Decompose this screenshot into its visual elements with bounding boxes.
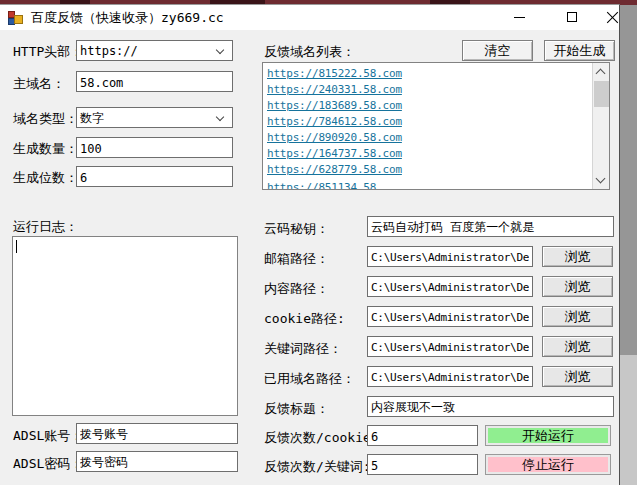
window-title: 百度反馈（快速收录）zy669.cc [31, 9, 224, 27]
content-path-browse-button[interactable]: 浏览 [542, 276, 613, 297]
gen-digits-input[interactable] [76, 166, 233, 187]
cookie-path-browse-button[interactable]: 浏览 [542, 306, 613, 327]
adsl-account-label: ADSL账号： [13, 427, 83, 445]
main-domain-label: 主域名： [13, 75, 65, 93]
domain-link[interactable]: https://164737.58.com [267, 147, 402, 160]
domain-link[interactable]: https://628779.58.com [267, 163, 402, 176]
domain-link[interactable]: https://240331.58.com [267, 83, 402, 96]
start-generate-button[interactable]: 开始生成 [544, 40, 615, 61]
content-path-input[interactable] [367, 276, 533, 297]
screen: 百度反馈（快速收录）zy669.cc HTTP头部： https:// 主域名：… [0, 0, 637, 485]
http-header-label: HTTP头部： [13, 43, 83, 61]
stop-run-button[interactable]: 停止运行 [485, 454, 611, 475]
gen-count-label: 生成数量： [13, 140, 78, 158]
email-path-browse-button[interactable]: 浏览 [542, 246, 613, 267]
keyword-path-input[interactable] [367, 336, 533, 357]
email-path-input[interactable] [367, 246, 533, 267]
feedback-per-keyword-label: 反馈次数/关键词: [264, 458, 371, 476]
domain-type-value: 数字 [80, 111, 104, 125]
title-bar[interactable]: 百度反馈（快速收录）zy669.cc [0, 5, 619, 30]
http-header-value: https:// [80, 44, 138, 58]
maximize-icon [567, 12, 577, 22]
chevron-down-icon [216, 46, 224, 54]
content-path-label: 内容路径： [264, 280, 329, 298]
domain-type-select[interactable]: 数字 [76, 107, 233, 128]
feedback-per-keyword-input[interactable] [367, 454, 478, 475]
minimize-button[interactable] [499, 5, 541, 30]
cookie-path-label: cookie路径: [264, 310, 345, 328]
domain-link[interactable]: https://784612.58.com [267, 115, 402, 128]
main-domain-input[interactable] [76, 71, 233, 92]
chevron-down-icon [216, 113, 224, 121]
close-icon [607, 11, 619, 23]
adsl-password-label: ADSL密码： [13, 455, 83, 473]
domain-list-label: 反馈域名列表： [264, 43, 355, 61]
keyword-path-browse-button[interactable]: 浏览 [542, 336, 613, 357]
background-window-right-strip [620, 5, 637, 355]
scrollbar-thumb[interactable] [594, 81, 609, 107]
start-run-button[interactable]: 开始运行 [485, 425, 611, 446]
scroll-up-icon[interactable] [596, 69, 606, 79]
domain-type-label: 域名类型： [13, 110, 78, 128]
background-window-right-strip-lower [620, 355, 637, 485]
keyword-path-label: 关键词路径： [264, 340, 342, 358]
run-log-textarea[interactable] [12, 236, 238, 416]
domain-listbox[interactable]: https://815222.58.com https://240331.58.… [262, 62, 610, 190]
run-log-label: 运行日志： [13, 218, 78, 236]
text-caret [16, 240, 17, 253]
used-domain-path-label: 已用域名路径： [264, 370, 355, 388]
feedback-per-cookie-input[interactable] [367, 425, 478, 446]
adsl-password-input[interactable] [76, 451, 238, 472]
feedback-per-cookie-label: 反馈次数/cookie: [264, 429, 379, 447]
close-button[interactable] [592, 5, 634, 30]
feedback-title-label: 反馈标题： [264, 400, 329, 418]
gen-digits-label: 生成位数： [13, 169, 78, 187]
domain-link[interactable]: https://890920.58.com [267, 131, 402, 144]
domain-link-partial[interactable]: https://851134.58 [267, 181, 376, 190]
clear-button[interactable]: 清空 [462, 40, 533, 61]
scroll-down-icon[interactable] [596, 174, 606, 184]
used-domain-path-input[interactable] [367, 366, 533, 387]
gen-count-input[interactable] [76, 137, 233, 158]
cloud-key-label: 云码秘钥： [264, 220, 329, 238]
minimize-icon [514, 17, 525, 18]
cloud-key-input[interactable] [367, 216, 614, 237]
cookie-path-input[interactable] [367, 306, 533, 327]
feedback-title-input[interactable] [367, 396, 614, 417]
domain-link[interactable]: https://815222.58.com [267, 67, 402, 80]
maximize-button[interactable] [551, 5, 593, 30]
used-domain-path-browse-button[interactable]: 浏览 [542, 366, 613, 387]
adsl-account-input[interactable] [76, 423, 238, 444]
vertical-scrollbar[interactable] [592, 63, 609, 189]
domain-link[interactable]: https://183689.58.com [267, 99, 402, 112]
app-icon [8, 10, 24, 26]
http-header-select[interactable]: https:// [76, 40, 233, 61]
app-icon-yellow-square [14, 15, 23, 24]
email-path-label: 邮箱路径： [264, 250, 329, 268]
